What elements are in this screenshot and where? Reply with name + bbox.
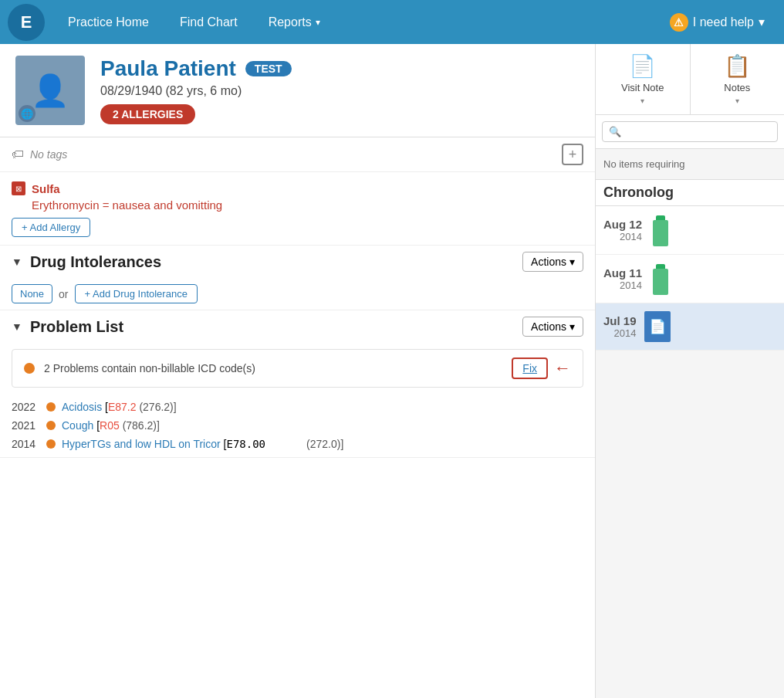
nav-practice-home[interactable]: Practice Home xyxy=(52,0,164,44)
chrono-year: 2014 xyxy=(603,280,642,291)
problem-icd10-code[interactable]: E87.2 xyxy=(108,401,137,413)
logo[interactable]: E xyxy=(8,4,45,41)
sulfa-allergy-row: ⊠ Sulfa xyxy=(12,180,583,197)
document-icon: 📄 xyxy=(644,311,671,342)
problem-dot-icon xyxy=(46,402,56,412)
fix-button[interactable]: Fix xyxy=(516,361,543,376)
notes-icon: 📋 xyxy=(724,53,751,79)
test-badge: TEST xyxy=(245,61,292,76)
visit-note-dropdown-arrow: ▾ xyxy=(640,97,644,105)
warning-dot-icon xyxy=(24,363,35,374)
patient-avatar: 👤 🌐 xyxy=(15,56,85,125)
list-item[interactable]: Aug 11 2014 xyxy=(596,255,784,303)
problem-list-section: ▼ Problem List Actions ▾ 2 Problems cont… xyxy=(0,310,595,458)
problem-name[interactable]: Cough xyxy=(62,419,96,432)
problem-dot-icon xyxy=(46,421,56,430)
avatar-globe-icon: 🌐 xyxy=(19,105,35,122)
list-item[interactable]: Jul 19 2014 📄 xyxy=(596,303,784,351)
problem-list-toggle[interactable]: ▼ xyxy=(12,320,24,333)
or-label: or xyxy=(59,288,68,300)
top-navigation: E Practice Home Find Chart Reports ▾ ⚠ I… xyxy=(0,0,784,44)
patient-name: Paula Patient xyxy=(100,56,236,81)
add-allergy-button[interactable]: + Add Allergy xyxy=(12,218,90,237)
allergy-section: ⊠ Sulfa Erythromycin = nausea and vomitt… xyxy=(0,172,595,246)
notes-button[interactable]: 📋 Notes ▾ xyxy=(691,44,785,114)
help-dropdown-arrow: ▾ xyxy=(759,15,765,29)
sidebar-search-input[interactable] xyxy=(602,121,778,142)
chronolog-header: Chronolog xyxy=(596,179,784,206)
problem-year: 2021 xyxy=(12,419,39,432)
vial-icon xyxy=(650,214,671,246)
reports-dropdown-arrow: ▾ xyxy=(316,17,320,28)
patient-info: Paula Patient TEST 08/29/1940 (82 yrs, 6… xyxy=(100,56,580,124)
problem-year: 2022 xyxy=(12,401,39,413)
main-layout: 👤 🌐 Paula Patient TEST 08/29/1940 (82 yr… xyxy=(0,44,784,698)
problem-rows: 2022 Acidosis [ E87.2 (276.2)] 2021 Coug… xyxy=(0,394,595,457)
right-sidebar: 📄 Visit Note ▾ 📋 Notes ▾ No items requir… xyxy=(595,44,784,698)
vial-icon xyxy=(650,263,671,295)
chrono-month: Aug 11 xyxy=(603,266,642,280)
drug-intolerances-section: ▼ Drug Intolerances Actions ▾ None or + … xyxy=(0,246,595,310)
no-items-text: No items requiring xyxy=(596,149,784,179)
avatar-person-icon: 👤 xyxy=(31,73,69,109)
chrono-year: 2014 xyxy=(603,231,642,242)
content-area: 👤 🌐 Paula Patient TEST 08/29/1940 (82 yr… xyxy=(0,44,595,698)
chrono-year: 2014 xyxy=(603,327,637,339)
drug-intolerances-toggle[interactable]: ▼ xyxy=(12,256,24,268)
table-row: 2022 Acidosis [ E87.2 (276.2)] xyxy=(12,398,583,416)
drug-intolerances-actions-button[interactable]: Actions ▾ xyxy=(522,252,583,272)
problem-old-code: (276.2)] xyxy=(139,401,176,413)
tags-row: 🏷 No tags + xyxy=(0,137,595,172)
drug-intolerances-title: Drug Intolerances xyxy=(30,253,522,271)
chrono-month: Jul 19 xyxy=(603,314,637,327)
tag-icon: 🏷 xyxy=(12,147,24,161)
problem-name[interactable]: Acidosis xyxy=(62,401,105,413)
help-button[interactable]: ⚠ I need help ▾ xyxy=(658,13,776,32)
add-drug-intolerance-button[interactable]: + Add Drug Intolerance xyxy=(75,284,198,303)
warning-text: 2 Problems contain non-billable ICD code… xyxy=(44,362,512,374)
visit-note-label: Visit Note xyxy=(621,82,664,93)
table-row: 2014 HyperTGs and low HDL on Tricor [E78… xyxy=(12,435,583,453)
no-tags-label: No tags xyxy=(30,148,67,161)
list-item[interactable]: Aug 12 2014 xyxy=(596,206,784,255)
visit-note-icon: 📄 xyxy=(629,53,656,79)
problem-old-code: (786.2)] xyxy=(123,419,160,432)
sulfa-name[interactable]: Sulfa xyxy=(32,182,60,195)
problem-warning: 2 Problems contain non-billable ICD code… xyxy=(12,349,583,388)
allergies-badge[interactable]: 2 ALLERGIES xyxy=(100,104,195,124)
nav-find-chart[interactable]: Find Chart xyxy=(164,0,253,44)
problem-year: 2014 xyxy=(12,438,39,450)
problem-old-code: (272.0)] xyxy=(265,438,343,450)
drug-intolerances-header: ▼ Drug Intolerances Actions ▾ xyxy=(0,246,595,278)
none-button[interactable]: None xyxy=(12,284,52,303)
nav-reports[interactable]: Reports ▾ xyxy=(253,0,336,44)
sidebar-search xyxy=(596,115,784,149)
patient-header: 👤 🌐 Paula Patient TEST 08/29/1940 (82 yr… xyxy=(0,44,595,137)
problem-list-header: ▼ Problem List Actions ▾ xyxy=(0,310,595,343)
add-tag-button[interactable]: + xyxy=(562,144,583,165)
problem-dot-icon xyxy=(46,439,56,449)
patient-dob: 08/29/1940 (82 yrs, 6 mo) xyxy=(100,84,580,98)
red-arrow-icon: ← xyxy=(554,358,571,378)
notes-dropdown-arrow: ▾ xyxy=(735,97,739,105)
scrollable-content: ⊠ Sulfa Erythromycin = nausea and vomitt… xyxy=(0,172,595,698)
problem-actions-dropdown-arrow: ▾ xyxy=(569,320,575,333)
table-row: 2021 Cough [ R05 (786.2)] xyxy=(12,416,583,435)
problem-list-actions-button[interactable]: Actions ▾ xyxy=(522,317,583,337)
fix-button-wrapper: Fix xyxy=(512,357,548,379)
drug-intol-content: None or + Add Drug Intolerance xyxy=(0,278,595,310)
chronolog-title: Chronolog xyxy=(603,185,674,200)
chrono-month: Aug 12 xyxy=(603,218,642,231)
chronolog-items: Aug 12 2014 Aug 11 2014 xyxy=(596,206,784,698)
help-warning-icon: ⚠ xyxy=(670,13,688,32)
sidebar-top-buttons: 📄 Visit Note ▾ 📋 Notes ▾ xyxy=(596,44,784,115)
problem-list-title: Problem List xyxy=(30,318,522,336)
problem-name[interactable]: HyperTGs and low HDL on Tricor xyxy=(62,438,224,450)
visit-note-button[interactable]: 📄 Visit Note ▾ xyxy=(596,44,691,114)
sulfa-icon: ⊠ xyxy=(12,181,25,195)
problem-icd10-code[interactable]: R05 xyxy=(100,419,120,432)
notes-label: Notes xyxy=(724,82,750,93)
actions-dropdown-arrow: ▾ xyxy=(569,256,575,268)
allergy-detail: Erythromycin = nausea and vomitting xyxy=(12,198,583,212)
